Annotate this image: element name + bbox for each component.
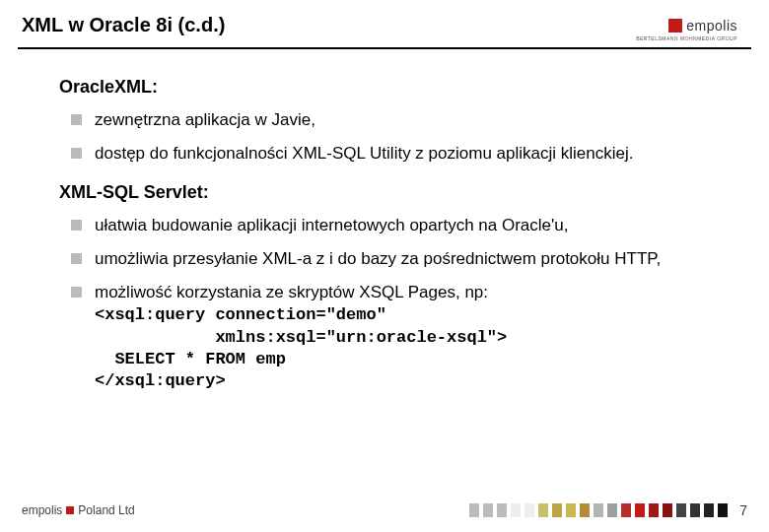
- page-number: 7: [739, 502, 747, 518]
- bar-segment: [483, 503, 493, 517]
- footer-brand: empolis Poland Ltd: [22, 503, 135, 517]
- bar-segment: [704, 503, 714, 517]
- list-item: zewnętrzna aplikacja w Javie,: [95, 109, 710, 131]
- list-item: dostęp do funkcjonalności XML-SQL Utilit…: [95, 143, 710, 165]
- list-item: możliwość korzystania ze skryptów XSQL P…: [95, 282, 710, 391]
- list-text: umożliwia przesyłanie XML-a z i do bazy …: [95, 249, 661, 268]
- bar-segment: [524, 503, 534, 517]
- bar-segment: [580, 503, 590, 517]
- bar-segment: [621, 503, 631, 517]
- bar-segment: [469, 503, 479, 517]
- logo-row: empolis: [668, 18, 737, 33]
- bar-segment: [566, 503, 576, 517]
- bar-segment: [552, 503, 562, 517]
- page-title: XML w Oracle 8i (c.d.): [22, 14, 225, 36]
- list-text: dostęp do funkcjonalności XML-SQL Utilit…: [95, 144, 633, 163]
- list-text: zewnętrzna aplikacja w Javie,: [95, 110, 315, 129]
- code-block: <xsql:query connection="demo" xmlns:xsql…: [95, 305, 507, 390]
- footer-logo-mark-icon: [66, 506, 74, 514]
- bar-segment: [497, 503, 507, 517]
- content-area: OracleXML: zewnętrzna aplikacja w Javie,…: [0, 49, 769, 391]
- section-title: OracleXML:: [59, 77, 710, 98]
- footer-brand-right: Poland Ltd: [78, 503, 134, 517]
- bullet-list: zewnętrzna aplikacja w Javie, dostęp do …: [59, 109, 710, 165]
- bar-segment: [607, 503, 617, 517]
- bar-segment: [538, 503, 548, 517]
- list-text: ułatwia budowanie aplikacji internetowyc…: [95, 216, 568, 234]
- list-item: umożliwia przesyłanie XML-a z i do bazy …: [95, 248, 710, 270]
- list-text: możliwość korzystania ze skryptów XSQL P…: [95, 283, 488, 301]
- bullet-list: ułatwia budowanie aplikacji internetowyc…: [59, 215, 710, 391]
- footer-brand-left: empolis: [22, 503, 62, 517]
- footer: empolis Poland Ltd 7: [0, 502, 769, 518]
- bar-segment: [511, 503, 521, 517]
- section-title: XML-SQL Servlet:: [59, 182, 710, 203]
- footer-right: 7: [469, 502, 747, 518]
- logo-subtitle: BERTELSMANN MOHNMEDIA GROUP: [636, 35, 737, 41]
- bar-segment: [690, 503, 700, 517]
- decorative-bars-icon: [469, 503, 728, 517]
- bar-segment: [649, 503, 659, 517]
- logo-text: empolis: [686, 18, 737, 33]
- bar-segment: [594, 503, 603, 517]
- list-item: ułatwia budowanie aplikacji internetowyc…: [95, 215, 710, 236]
- header: XML w Oracle 8i (c.d.) empolis BERTELSMA…: [0, 0, 769, 47]
- bar-segment: [718, 503, 728, 517]
- bar-segment: [676, 503, 686, 517]
- logo-mark-icon: [668, 19, 682, 33]
- bar-segment: [635, 503, 645, 517]
- bar-segment: [663, 503, 672, 517]
- brand-logo: empolis BERTELSMANN MOHNMEDIA GROUP: [636, 14, 747, 41]
